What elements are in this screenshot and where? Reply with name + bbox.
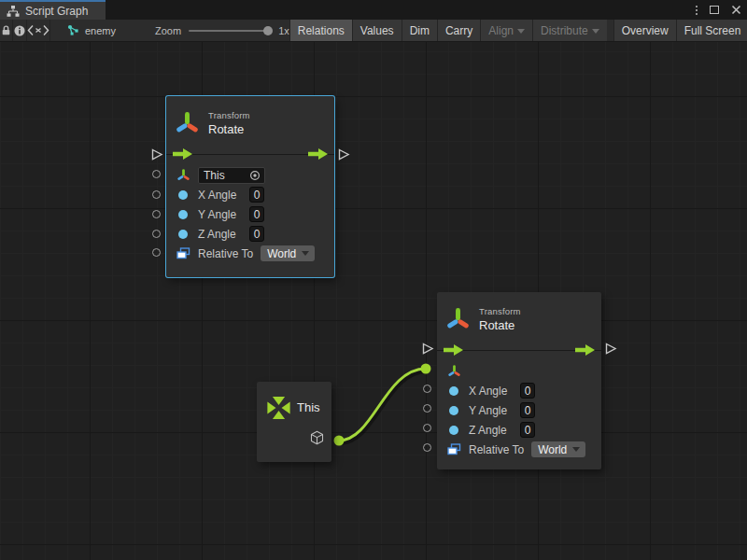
flow-input-port[interactable]: [150, 148, 163, 161]
target-value-port[interactable]: [152, 170, 161, 178]
zoom-value: 1x: [278, 25, 289, 36]
flow-input-port[interactable]: [421, 343, 434, 355]
object-picker-icon[interactable]: [249, 170, 261, 181]
relative-to-dropdown[interactable]: World: [531, 441, 585, 457]
dropdown-caret-icon: [302, 251, 309, 256]
port-row-z-angle: Z Angle 0: [446, 420, 592, 440]
x-angle-input[interactable]: 0: [520, 383, 535, 399]
target-object-field[interactable]: This: [198, 167, 265, 184]
close-icon[interactable]: [731, 5, 741, 15]
self-converge-icon: [263, 391, 294, 425]
tab-title: Script Graph: [25, 5, 88, 18]
values-button[interactable]: Values: [352, 20, 402, 41]
flow-in-arrow-icon: [444, 344, 463, 356]
tab-bar: Script Graph: [0, 0, 747, 20]
rotate2-target-port: [421, 364, 431, 374]
value-dot-icon: [449, 386, 458, 396]
maximize-icon[interactable]: [710, 6, 719, 14]
node-transform-rotate-2[interactable]: Transform Rotate: [437, 292, 601, 469]
breadcrumb[interactable]: enemy: [50, 20, 125, 41]
flow-in-arrow-icon: [173, 148, 192, 160]
tab-script-graph[interactable]: Script Graph: [0, 0, 106, 20]
node-transform-rotate-1[interactable]: Transform Rotate: [166, 96, 334, 277]
node-title: Rotate: [479, 318, 521, 332]
relative-to-port[interactable]: [152, 248, 161, 257]
relations-button[interactable]: Relations: [289, 20, 352, 41]
align-button[interactable]: Align: [480, 20, 532, 41]
port-row-y-angle: Y Angle 0: [446, 400, 592, 420]
graph-toolbar: enemy Zoom 1x Relations Values Dim Carry…: [0, 20, 747, 42]
value-dot-icon: [178, 230, 188, 239]
flow-out-arrow-icon: [308, 148, 328, 160]
value-dot-icon: [178, 190, 188, 200]
port-row-relative-to: Relative To World: [176, 244, 325, 263]
relative-to-port[interactable]: [423, 443, 431, 452]
transform-mini-icon: [446, 364, 461, 378]
node-category: Transform: [479, 306, 521, 316]
graph-name: enemy: [85, 25, 116, 36]
z-angle-input[interactable]: 0: [520, 422, 535, 438]
flow-out-arrow-icon: [575, 344, 595, 356]
gameobject-cube-icon: [309, 429, 325, 446]
node-header: Transform Rotate: [166, 96, 334, 146]
y-angle-port[interactable]: [423, 404, 431, 413]
target-row: This: [176, 165, 325, 185]
code-variable-icon: [27, 24, 49, 36]
y-angle-input[interactable]: 0: [249, 206, 264, 222]
x-angle-port[interactable]: [152, 190, 161, 199]
value-dot-icon: [449, 426, 458, 435]
lock-icon: [0, 24, 12, 37]
y-angle-port[interactable]: [152, 210, 161, 218]
node-title: Rotate: [208, 122, 250, 136]
y-angle-input[interactable]: 0: [520, 402, 535, 418]
flow-row: [437, 342, 601, 358]
connection-wire: [0, 42, 747, 560]
flow-output-port[interactable]: [604, 343, 617, 355]
zoom-slider[interactable]: [189, 30, 271, 32]
node-category: Transform: [208, 110, 250, 120]
chevron-down-icon: [517, 29, 525, 34]
port-row-y-angle: Y Angle 0: [176, 204, 325, 224]
info-icon: [13, 24, 26, 37]
flow-output-port[interactable]: [337, 148, 350, 161]
port-row-x-angle: X Angle 0: [446, 381, 592, 400]
x-angle-port[interactable]: [423, 385, 431, 393]
flow-row: [166, 146, 334, 162]
z-angle-port[interactable]: [423, 424, 431, 432]
this-node-label: This: [297, 400, 320, 414]
z-angle-input[interactable]: 0: [249, 226, 264, 242]
inspector-button[interactable]: [13, 20, 27, 41]
edit-graph-button[interactable]: [27, 20, 50, 41]
this-output-port: [334, 436, 345, 446]
target-row-connected: [446, 361, 592, 381]
carry-button[interactable]: Carry: [437, 20, 480, 41]
value-dot-icon: [449, 406, 458, 415]
node-this[interactable]: This: [257, 382, 331, 462]
relative-to-dropdown[interactable]: World: [261, 245, 315, 261]
zoom-control: Zoom 1x: [125, 20, 289, 41]
enum-icon: [446, 443, 461, 455]
port-row-relative-to: Relative To World: [446, 440, 592, 459]
port-row-x-angle: X Angle 0: [176, 185, 325, 204]
window-menu-icon[interactable]: [696, 6, 698, 15]
value-dot-icon: [178, 210, 188, 219]
fullscreen-button[interactable]: Full Screen: [676, 20, 747, 41]
port-row-z-angle: Z Angle 0: [176, 224, 325, 244]
node-header: Transform Rotate: [437, 292, 601, 342]
transform-icon: [175, 110, 200, 135]
zoom-label: Zoom: [155, 25, 181, 36]
dropdown-caret-icon: [572, 447, 580, 452]
window-controls: [696, 0, 741, 20]
graph-canvas[interactable]: Transform Rotate: [0, 42, 747, 560]
zoom-slider-handle[interactable]: [263, 26, 273, 35]
dim-button[interactable]: Dim: [402, 20, 437, 41]
x-angle-input[interactable]: 0: [249, 187, 264, 203]
transform-icon: [445, 306, 471, 331]
z-angle-port[interactable]: [152, 230, 161, 238]
lock-button[interactable]: [0, 20, 13, 41]
distribute-button[interactable]: Distribute: [532, 20, 607, 41]
script-graph-window: Script Graph: [0, 0, 747, 560]
chevron-down-icon: [592, 29, 599, 34]
overview-button[interactable]: Overview: [613, 20, 676, 41]
graph-hierarchy-icon: [7, 6, 20, 17]
